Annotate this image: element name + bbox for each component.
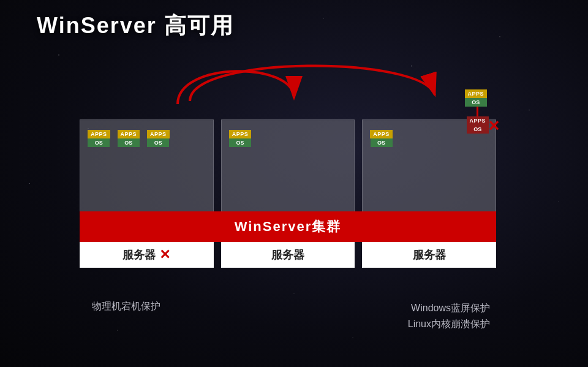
failing-os-label-bottom: OS	[467, 125, 489, 134]
server-label-2: 服务器	[221, 242, 355, 268]
os-label: OS	[118, 138, 140, 147]
x-mark-icon: ✕	[488, 119, 500, 134]
os-label: OS	[229, 138, 251, 147]
page-title: WinServer 高可用	[37, 11, 234, 41]
bottom-labels: 物理机宕机保护 Windows蓝屏保护 Linux内核崩溃保护	[80, 300, 496, 331]
failing-app-top: APPS OS	[465, 89, 488, 107]
app-box-1-2: APPS OS	[118, 130, 140, 147]
server-label-3: 服务器	[362, 242, 496, 268]
failing-os-label-top: OS	[465, 98, 487, 107]
server-label-1: 服务器 ✕	[80, 242, 214, 268]
apps-label: APPS	[118, 130, 140, 138]
app-box-3-1: APPS OS	[370, 130, 393, 147]
main-diagram: APPS OS APPS OS APPS OS APPS OS	[80, 119, 496, 268]
server-panel-1: APPS OS APPS OS APPS OS	[80, 119, 214, 211]
app-box-2-1: APPS OS	[229, 130, 252, 147]
cluster-bar: WinServer集群	[80, 211, 496, 242]
failing-apps-label-bottom: APPS	[467, 116, 489, 125]
bottom-label-right: Windows蓝屏保护 Linux内核崩溃保护	[225, 300, 496, 331]
failing-apps-label-top: APPS	[465, 89, 488, 98]
bottom-right-line1: Windows蓝屏保护	[225, 300, 490, 316]
server-label-text-2: 服务器	[271, 248, 304, 262]
apps-label: APPS	[370, 130, 393, 138]
server-label-text-1: 服务器	[123, 248, 156, 262]
server-panel-2: APPS OS	[221, 119, 355, 211]
apps-label: APPS	[88, 130, 110, 138]
server-labels-row: 服务器 ✕ 服务器 服务器	[80, 242, 496, 268]
app-box-1-1: APPS OS	[88, 130, 110, 147]
x-mark-server1: ✕	[159, 247, 170, 263]
bottom-right-line2: Linux内核崩溃保护	[225, 316, 490, 332]
server-label-text-3: 服务器	[413, 248, 446, 262]
app-box-1-3: APPS OS	[147, 130, 170, 147]
apps-label: APPS	[229, 130, 252, 138]
apps-label: APPS	[147, 130, 170, 138]
os-label: OS	[371, 138, 393, 147]
servers-row: APPS OS APPS OS APPS OS APPS OS	[80, 119, 496, 211]
failing-app-bottom: APPS OS ✕	[467, 116, 489, 134]
bottom-label-left: 物理机宕机保护	[80, 300, 225, 331]
connector-line	[477, 107, 478, 116]
os-label: OS	[88, 138, 110, 147]
server-panel-3: APPS OS APPS OS APPS OS ✕	[362, 119, 496, 211]
os-label: OS	[147, 138, 169, 147]
